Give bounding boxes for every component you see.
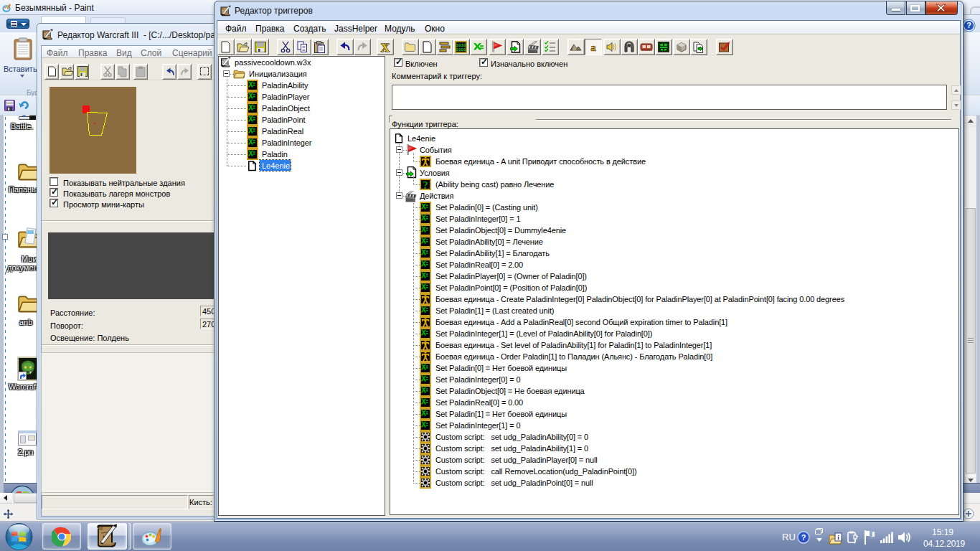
svg-text:X: X [381, 41, 390, 53]
svg-text:a: a [590, 42, 596, 53]
svg-text:0101: 0101 [456, 47, 466, 52]
svg-text:?: ? [966, 21, 971, 29]
svg-text:?: ? [801, 533, 806, 542]
